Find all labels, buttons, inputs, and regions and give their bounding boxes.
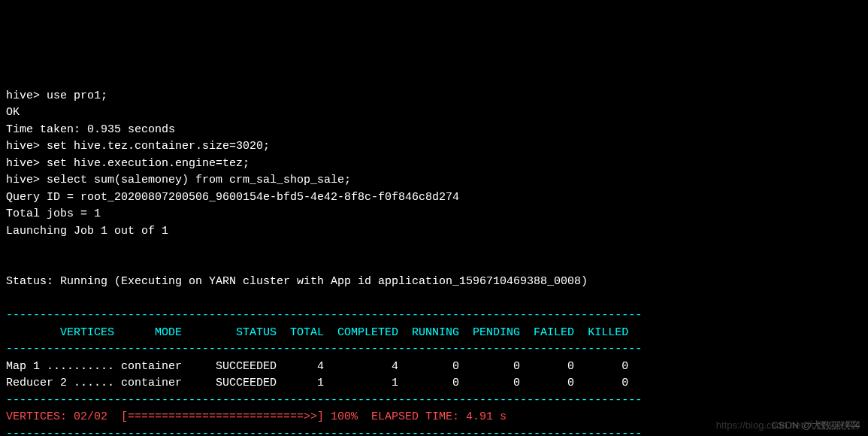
- prompt-line-1[interactable]: hive> use pro1;: [6, 89, 107, 102]
- prompt-line-3[interactable]: hive> set hive.execution.engine=tez;: [6, 157, 250, 170]
- table-header: VERTICES MODE STATUS TOTAL COMPLETED RUN…: [6, 326, 642, 339]
- prompt-line-2[interactable]: hive> set hive.tez.container.size=3020;: [6, 140, 270, 153]
- terminal-output: hive> use pro1; OK Time taken: 0.935 sec…: [6, 71, 862, 436]
- table-row: Map 1 .......... container SUCCEEDED 4 4…: [6, 360, 642, 373]
- query-id-line: Query ID = root_20200807200506_9600154e-…: [6, 191, 459, 204]
- blank-line: [6, 259, 13, 271]
- table-row: Reducer 2 ...... container SUCCEEDED 1 1…: [6, 377, 642, 389]
- status-line: Status: Running (Executing on YARN clust…: [6, 275, 588, 288]
- separator-line: ----------------------------------------…: [6, 343, 642, 356]
- time-taken-line-1: Time taken: 0.935 seconds: [6, 123, 175, 136]
- separator-line: ----------------------------------------…: [6, 394, 642, 407]
- ok-line-1: OK: [6, 106, 20, 119]
- blank-line: [6, 241, 13, 254]
- separator-line: ----------------------------------------…: [6, 309, 642, 322]
- total-jobs-line: Total jobs = 1: [6, 207, 101, 220]
- progress-line: VERTICES: 02/02 [=======================…: [6, 410, 540, 423]
- prompt-line-4[interactable]: hive> select sum(salemoney) from crm_sal…: [6, 174, 351, 186]
- launching-line: Launching Job 1 out of 1: [6, 225, 168, 238]
- separator-line: ----------------------------------------…: [6, 428, 642, 437]
- watermark-text-2: CSDN @大数据侠客: [771, 418, 860, 433]
- blank-line: [6, 292, 13, 305]
